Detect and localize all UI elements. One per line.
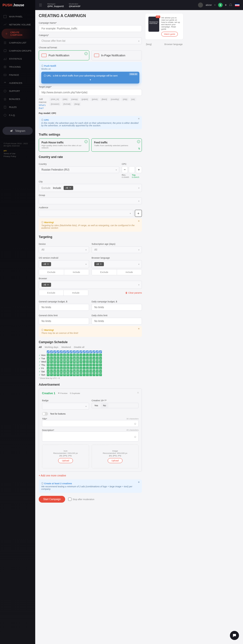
macro-tag[interactable]: {format}: [62, 102, 72, 106]
sched-tab-weekend[interactable]: Weekend: [61, 346, 71, 348]
osver-all-tag[interactable]: All✕: [42, 262, 51, 266]
watch-guide-button[interactable]: Watch guide: [161, 32, 178, 36]
browser-exclude[interactable]: Exclude: [39, 290, 64, 296]
bell-icon[interactable]: [229, 3, 232, 7]
sched-day-label[interactable]: ✓ Fri: [39, 367, 46, 370]
chat-fab[interactable]: [230, 631, 239, 640]
stop-after-moderation[interactable]: Stop after moderation: [68, 498, 94, 501]
target-page-input[interactable]: [39, 89, 142, 96]
sched-cell[interactable]: 08: [73, 360, 76, 363]
sched-cell[interactable]: 01: [50, 364, 53, 366]
browserlang-include[interactable]: Include: [117, 269, 142, 275]
sched-cell[interactable]: 07: [70, 364, 72, 366]
browserlang-all-tag[interactable]: All✕: [94, 262, 104, 266]
sched-cell[interactable]: 14: [93, 357, 95, 360]
sched-cell[interactable]: 01: [50, 357, 53, 360]
sched-cell[interactable]: 08: [73, 373, 76, 376]
sched-cell[interactable]: 10: [79, 373, 82, 376]
sched-cell[interactable]: 11: [83, 373, 86, 376]
creative-desc-input[interactable]: [42, 431, 139, 441]
sched-cell[interactable]: 11: [83, 354, 86, 356]
sched-day-label[interactable]: ✓ Wed: [39, 360, 46, 363]
sched-hour-checkbox[interactable]: [47, 350, 50, 353]
sched-hour-checkbox[interactable]: [70, 350, 72, 353]
sched-cell[interactable]: 14: [93, 364, 95, 366]
sched-cell[interactable]: 08: [73, 364, 76, 366]
sched-cell[interactable]: 10: [79, 364, 82, 366]
c18-yes[interactable]: Yes: [92, 403, 101, 408]
nav-finance[interactable]: FINANCE: [0, 71, 35, 79]
creative-title-input[interactable]: [42, 420, 139, 427]
sched-cell[interactable]: 13: [89, 364, 92, 366]
textbtn-switch[interactable]: [42, 412, 48, 416]
sched-cell[interactable]: 05: [63, 357, 66, 360]
city-select[interactable]: Exclude Include All✕: [39, 184, 142, 192]
sched-cell[interactable]: 12: [86, 364, 89, 366]
moderator-handle[interactable]: @KatrinSF: [69, 5, 80, 8]
sched-cell[interactable]: 11: [83, 367, 86, 370]
cpc-plus-button[interactable]: +: [136, 166, 142, 173]
sched-cell[interactable]: 15: [96, 367, 99, 370]
language-flag[interactable]: [235, 4, 239, 7]
close-icon[interactable]: ✕: [138, 328, 140, 330]
api-link[interactable]: API: [4, 150, 32, 152]
osver-include[interactable]: Include: [64, 269, 89, 275]
sched-cell[interactable]: 01: [50, 367, 53, 370]
sched-day-label[interactable]: ✓ Tue: [39, 357, 46, 360]
username[interactable]: abizer: [206, 4, 212, 6]
sched-cell[interactable]: 11: [83, 370, 86, 373]
sched-cell[interactable]: 00: [47, 360, 50, 363]
sched-cell[interactable]: 14: [93, 367, 95, 370]
sched-cell[interactable]: 16: [99, 357, 102, 360]
sched-cell[interactable]: 00: [47, 367, 50, 370]
sched-cell[interactable]: 06: [66, 364, 69, 366]
campaign-name-input[interactable]: [39, 25, 142, 32]
sched-hour-checkbox[interactable]: [89, 350, 92, 353]
sched-cell[interactable]: 15: [96, 354, 99, 356]
privacy-link[interactable]: Privacy Policy: [4, 155, 32, 157]
image-upload-button[interactable]: Upload: [108, 458, 123, 463]
sched-cell[interactable]: 06: [66, 354, 69, 356]
macro-tag[interactable]: {feed}: [100, 97, 108, 101]
sched-cell[interactable]: 04: [60, 354, 63, 356]
sched-cell[interactable]: 08: [73, 354, 76, 356]
sched-cell[interactable]: 13: [89, 354, 92, 356]
emoji-icon[interactable]: ☺: [134, 422, 137, 425]
emoji-icon[interactable]: ☺: [134, 435, 137, 438]
image-upload-zone[interactable]: Image Reccomended: 492x328 px jpg, jpeg,…: [92, 445, 139, 468]
sched-cell[interactable]: 09: [76, 357, 79, 360]
sched-cell[interactable]: 02: [53, 364, 56, 366]
sched-cell[interactable]: 00: [47, 364, 50, 366]
nav-create-campaign[interactable]: CREATE CAMPAIGN: [2, 29, 34, 39]
sched-cell[interactable]: 10: [79, 360, 82, 363]
sched-cell[interactable]: 01: [50, 360, 53, 363]
sched-cell[interactable]: 01: [50, 370, 53, 373]
nav-statistics[interactable]: STATISTICS: [0, 55, 35, 63]
sched-cell[interactable]: 02: [53, 373, 56, 376]
sched-cell[interactable]: 07: [70, 354, 72, 356]
sched-cell[interactable]: 01: [50, 373, 53, 376]
sched-hour-checkbox[interactable]: [73, 350, 76, 353]
sched-cell[interactable]: 00: [47, 357, 50, 360]
sched-cell[interactable]: 06: [66, 360, 69, 363]
sched-hour-checkbox[interactable]: [60, 350, 63, 353]
feed-traffic-card[interactable]: ✓ Feed traffic Traffic from carefully se…: [91, 138, 142, 152]
remove-icon[interactable]: ✕: [69, 187, 71, 189]
city-include[interactable]: Include: [53, 187, 61, 189]
sched-cell[interactable]: 03: [57, 373, 59, 376]
sched-cell[interactable]: 12: [86, 357, 89, 360]
hide-all-button[interactable]: Hide All: [129, 73, 138, 75]
terms-link[interactable]: Terms of Use: [4, 152, 32, 155]
sched-cell[interactable]: 16: [99, 360, 102, 363]
browserlang-exclude[interactable]: Exclude: [92, 269, 117, 275]
sched-hour-checkbox[interactable]: [57, 350, 59, 353]
sched-cell[interactable]: 15: [96, 357, 99, 360]
nav-main-panel[interactable]: MAIN PANEL: [0, 13, 35, 21]
macro-tag[interactable]: {camp}: [70, 97, 79, 101]
sched-cell[interactable]: 12: [86, 367, 89, 370]
sched-cell[interactable]: 09: [76, 364, 79, 366]
sched-cell[interactable]: 11: [83, 357, 86, 360]
sched-hour-checkbox[interactable]: [86, 350, 89, 353]
sched-cell[interactable]: 06: [66, 370, 69, 373]
clear-params-button[interactable]: 🗑 Clear params: [125, 292, 142, 294]
